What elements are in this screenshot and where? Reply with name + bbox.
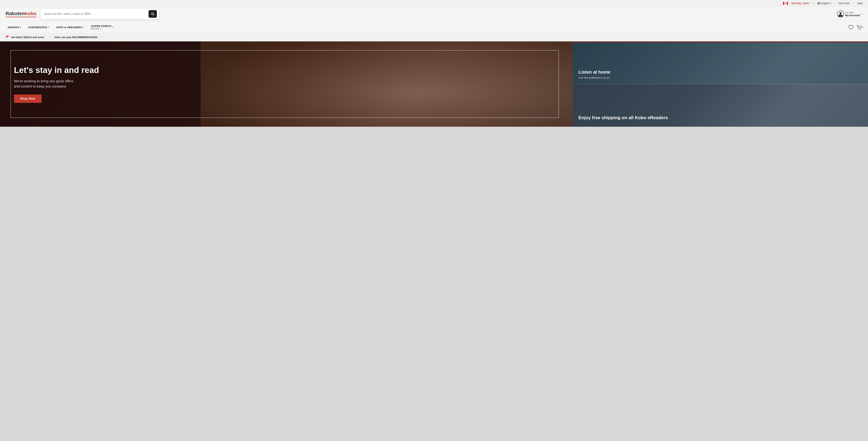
panel-audiobook-title: Listen at home bbox=[579, 69, 862, 75]
search-box bbox=[40, 9, 159, 19]
account-greeting: Hi, John bbox=[845, 11, 860, 14]
cart-icon bbox=[857, 25, 862, 30]
search-button[interactable] bbox=[149, 10, 157, 18]
cart-button[interactable]: ▾ bbox=[857, 25, 864, 30]
super-points-container: SUPER POINTS Balance: 0 bbox=[91, 25, 112, 30]
apps-chevron-icon: ▾ bbox=[83, 26, 84, 28]
hero-section: Let's stay in and read We're working to … bbox=[0, 41, 868, 127]
hero-panel-audiobook[interactable]: Listen at home Your first audiobook is o… bbox=[573, 41, 868, 84]
logo-kobo: kobo bbox=[25, 11, 36, 16]
logo-underline bbox=[6, 17, 36, 17]
ebooks-chevron-icon: ▾ bbox=[20, 26, 21, 28]
audiobooks-chevron-icon: ▾ bbox=[48, 26, 49, 28]
account-text: Hi, John My Account bbox=[845, 11, 860, 17]
account-icon bbox=[837, 10, 844, 18]
gift-cards-link[interactable]: Gift Cards bbox=[839, 2, 850, 5]
divider-2: | bbox=[834, 1, 835, 5]
super-points-balance: Balance: 0 bbox=[91, 28, 102, 30]
search-input[interactable] bbox=[44, 12, 149, 15]
logo[interactable]: Rakutenkobo bbox=[6, 11, 36, 17]
account-label: My Account bbox=[845, 14, 860, 17]
logo-rakuten: Rakuten bbox=[6, 11, 25, 16]
nav-icons: ▾ bbox=[848, 25, 864, 30]
nav-super-points[interactable]: SUPER POINTS Balance: 0 ▾ bbox=[87, 22, 117, 33]
hero-panel-ereader[interactable]: Enjoy free shipping on all Kobo eReaders bbox=[573, 84, 868, 127]
hero-subtitle: We're working to bring you great offers … bbox=[14, 78, 80, 89]
heart-icon bbox=[848, 25, 854, 30]
top-bar: Get $15, John! | English ▾ | Gift Cards … bbox=[0, 0, 868, 7]
nav-audiobooks-label: AUDIOBOOKS bbox=[28, 26, 47, 29]
shop-now-button[interactable]: Shop Now bbox=[14, 94, 42, 103]
language-selector[interactable]: English ▾ bbox=[817, 2, 831, 5]
header: Rakutenkobo Hi, John My Account ▾ bbox=[0, 7, 868, 21]
deals-flag-icon: 🚩 bbox=[6, 35, 9, 39]
nav-apps-ereaders[interactable]: APPS & eREADERS ▾ bbox=[53, 23, 88, 32]
svg-point-7 bbox=[859, 29, 859, 30]
super-points-label: SUPER POINTS bbox=[91, 25, 112, 28]
help-link[interactable]: Help bbox=[857, 2, 862, 5]
svg-point-8 bbox=[860, 29, 861, 30]
notification-bar: 🚩 Get DAILY DEALS and more! John, see yo… bbox=[0, 33, 868, 41]
nav-apps-label: APPS & eREADERS bbox=[56, 26, 82, 29]
svg-point-6 bbox=[839, 12, 841, 14]
nav-bar: eBOOKS ▾ AUDIOBOOKS ▾ APPS & eREADERS ▾ … bbox=[0, 21, 868, 33]
canada-flag-icon bbox=[783, 2, 788, 5]
hero-content: Let's stay in and read We're working to … bbox=[0, 41, 573, 127]
notif-deals-text: Get DAILY DEALS and more! bbox=[11, 36, 44, 39]
hero-main-panel: Let's stay in and read We're working to … bbox=[0, 41, 573, 127]
hero-right-panels: Listen at home Your first audiobook is o… bbox=[573, 41, 868, 127]
panel-audiobook-subtitle: Your first audiobook is on us › bbox=[579, 76, 862, 79]
notif-deals[interactable]: 🚩 Get DAILY DEALS and more! bbox=[6, 35, 50, 39]
account-chevron-icon: ▾ bbox=[861, 13, 862, 15]
panel-content-bottom: Enjoy free shipping on all Kobo eReaders bbox=[579, 115, 862, 122]
account-section[interactable]: Hi, John My Account ▾ bbox=[837, 10, 862, 18]
panel-arrow-icon: › bbox=[610, 76, 611, 79]
panel-ereader-title: Enjoy free shipping on all Kobo eReaders bbox=[579, 115, 862, 120]
wishlist-button[interactable] bbox=[848, 25, 854, 30]
panel-content-top: Listen at home Your first audiobook is o… bbox=[579, 69, 862, 79]
search-icon bbox=[151, 12, 155, 16]
notif-reco-text: John, see your RECOMMENDATIONS bbox=[54, 36, 97, 39]
nav-ebooks[interactable]: eBOOKS ▾ bbox=[4, 23, 25, 32]
divider-1: | bbox=[813, 1, 814, 5]
nav-ebooks-label: eBOOKS bbox=[8, 26, 19, 29]
super-points-chevron-icon: ▾ bbox=[112, 26, 114, 28]
flag-container bbox=[783, 2, 788, 5]
nav-audiobooks[interactable]: AUDIOBOOKS ▾ bbox=[25, 23, 53, 32]
cart-chevron-icon: ▾ bbox=[863, 26, 864, 28]
globe-icon bbox=[817, 2, 820, 5]
promo-label[interactable]: Get $15, John! bbox=[792, 2, 809, 5]
lang-chevron-icon: ▾ bbox=[830, 2, 831, 5]
divider-3: | bbox=[853, 1, 854, 5]
language-label: English bbox=[821, 2, 829, 5]
hero-title: Let's stay in and read bbox=[14, 65, 559, 75]
notif-recommendations[interactable]: John, see your RECOMMENDATIONS bbox=[50, 36, 97, 39]
